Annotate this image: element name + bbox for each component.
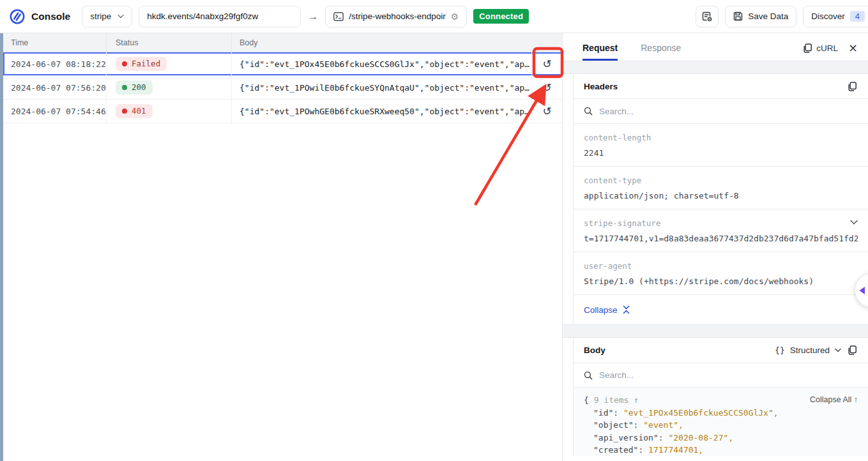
connected-badge: Connected xyxy=(473,9,529,24)
copy-curl-button[interactable]: cURL xyxy=(803,43,838,53)
webhook-url-input[interactable] xyxy=(147,11,293,21)
search-icon xyxy=(584,371,593,380)
collapse-all-link[interactable]: Collapse All ↑ xyxy=(810,394,858,407)
body-search-input[interactable] xyxy=(599,370,858,380)
collapse-icon xyxy=(622,305,630,314)
source-select[interactable]: stripe xyxy=(82,6,132,27)
topbar-actions: Save Data Discover 4 xyxy=(696,6,868,27)
copy-headers-button[interactable] xyxy=(848,82,857,91)
brand: Console xyxy=(9,8,70,25)
json-viewer: { 9 items ↑ Collapse All ↑ "id": "evt_1P… xyxy=(574,388,868,457)
header-value: t=1717744701,v1=d8a83deaa3677437d2db237d… xyxy=(584,234,858,243)
event-body-preview: {"id":"evt_1POx45E0b6fckueSCCS0GlJx","ob… xyxy=(232,59,531,69)
header-value: 2241 xyxy=(584,148,858,158)
close-icon[interactable]: × xyxy=(848,42,858,54)
headers-search-input[interactable] xyxy=(599,107,858,116)
detail-tabbar: Request Response cURL × xyxy=(563,33,868,61)
json-line: "object": "event", xyxy=(584,419,858,432)
event-time: 2024-06-07 07:54:46 xyxy=(3,100,107,123)
body-view-mode-select[interactable]: {} Structured xyxy=(775,345,841,355)
status-badge: Failed xyxy=(116,57,167,71)
body-search-row xyxy=(574,363,868,388)
json-line: "created": 1717744701, xyxy=(584,444,858,457)
retry-button[interactable]: ↺ xyxy=(542,106,551,117)
header-entry: content-type application/json; charset=u… xyxy=(574,167,868,209)
header-entry: stripe-signature t=1717744701,v1=d8a83de… xyxy=(574,209,868,252)
table-header-row: Time Status Body xyxy=(3,33,562,52)
terminal-icon xyxy=(333,12,344,21)
copy-icon xyxy=(803,43,812,53)
header-value: application/json; charset=utf-8 xyxy=(584,191,858,200)
chevron-down-icon[interactable] xyxy=(850,220,858,225)
header-value: Stripe/1.0 (+https://stripe.com/docs/web… xyxy=(584,276,858,286)
header-entry: content-length 2241 xyxy=(574,124,868,167)
status-dot-icon xyxy=(122,61,127,66)
status-dot-icon xyxy=(122,85,127,90)
table-row[interactable]: 2024-06-07 07:56:20 200 {"id":"evt_1POwi… xyxy=(3,76,562,100)
body-card: Body {} Structured xyxy=(573,338,868,457)
event-body-preview: {"id":"evt_1POwhGE0b6fckueSRXweeq50","ob… xyxy=(232,107,531,116)
search-icon xyxy=(584,107,593,116)
headers-card: Headers conte xyxy=(573,74,868,324)
left-edge-strip xyxy=(0,33,3,461)
endpoint-field[interactable]: ⚙ xyxy=(325,6,467,27)
header-key: stripe-signature xyxy=(584,218,858,228)
endpoint-path-input[interactable] xyxy=(349,11,445,21)
events-table: Time Status Body 2024-06-07 08:18:22 Fai… xyxy=(3,33,562,123)
hookdeck-logo-icon xyxy=(9,8,26,25)
discover-count-badge: 4 xyxy=(850,11,865,22)
headers-title: Headers xyxy=(584,82,618,91)
column-header-time: Time xyxy=(3,33,107,52)
retry-button[interactable]: ↺ xyxy=(542,82,551,93)
doc-gear-icon xyxy=(702,11,712,22)
events-table-pane: Time Status Body 2024-06-07 08:18:22 Fai… xyxy=(0,33,563,461)
retry-button[interactable]: ↺ xyxy=(542,59,551,70)
header-key: content-type xyxy=(584,176,858,185)
gear-icon[interactable]: ⚙ xyxy=(451,11,459,22)
event-body-preview: {"id":"evt_1POwilE0b6fckueSYQnAtqaU","ob… xyxy=(232,83,531,93)
tab-request[interactable]: Request xyxy=(582,43,618,61)
tab-response[interactable]: Response xyxy=(641,43,681,61)
app-title: Console xyxy=(31,11,70,22)
webhook-url-field[interactable] xyxy=(139,6,301,27)
json-items-count[interactable]: 9 items ↑ xyxy=(594,395,639,405)
data-settings-button[interactable] xyxy=(696,6,719,27)
header-key: user-agent xyxy=(584,261,858,271)
save-icon xyxy=(733,11,743,21)
top-bar: Console stripe → ⚙ Connected xyxy=(0,0,868,33)
event-time: 2024-06-07 07:56:20 xyxy=(3,76,107,99)
status-badge: 401 xyxy=(116,104,153,118)
section-gap xyxy=(563,61,868,74)
body-title: Body xyxy=(584,345,605,355)
arrow-left-icon xyxy=(858,286,865,295)
column-header-status: Status xyxy=(107,33,232,52)
status-dot-icon xyxy=(122,109,127,114)
header-key: content-length xyxy=(584,133,858,142)
copy-body-button[interactable] xyxy=(848,345,857,355)
request-detail-pane: Request Response cURL × Heade xyxy=(563,33,868,461)
collapse-headers-link[interactable]: Collapse xyxy=(574,295,868,324)
forward-arrow: → xyxy=(307,11,319,22)
table-row[interactable]: 2024-06-07 07:54:46 401 {"id":"evt_1POwh… xyxy=(3,100,562,123)
json-line: "api_version": "2020-08-27", xyxy=(584,432,858,444)
header-entry: user-agent Stripe/1.0 (+https://stripe.c… xyxy=(574,252,868,295)
braces-icon: {} xyxy=(775,345,785,355)
headers-search-row xyxy=(574,99,868,124)
section-gap xyxy=(563,324,868,338)
event-time: 2024-06-07 08:18:22 xyxy=(3,52,107,75)
json-line: "id": "evt_1POx45E0b6fckueSCCS0GlJx", xyxy=(584,407,858,419)
save-data-button[interactable]: Save Data xyxy=(725,6,796,27)
chevron-down-icon xyxy=(835,348,841,352)
discover-button[interactable]: Discover 4 xyxy=(803,6,868,27)
status-badge: 200 xyxy=(116,80,153,94)
chevron-down-icon xyxy=(118,14,124,19)
table-row[interactable]: 2024-06-07 08:18:22 Failed {"id":"evt_1P… xyxy=(3,52,562,76)
column-header-body: Body xyxy=(232,38,531,47)
